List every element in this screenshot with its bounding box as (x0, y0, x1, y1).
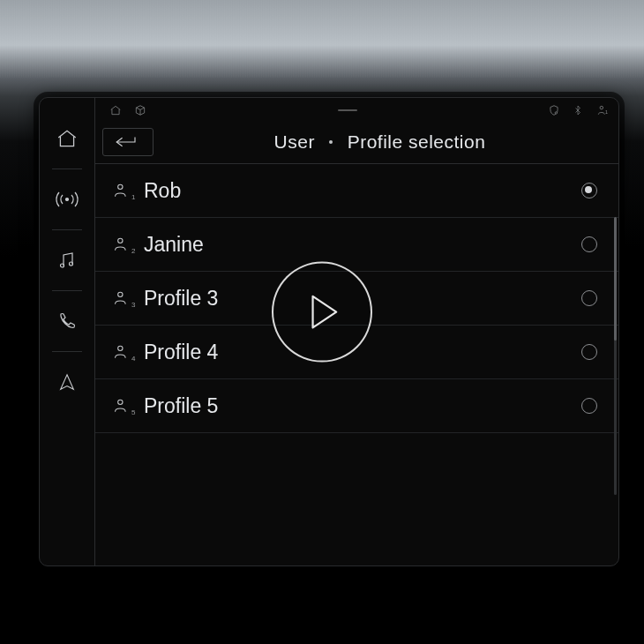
profile-row[interactable]: 2 Janine (95, 218, 618, 272)
header-row: User Profile selection (95, 121, 618, 164)
profile-list: 1 Rob 2 Janine 3 Pro (95, 164, 618, 565)
svg-point-6 (118, 184, 123, 189)
profile-index: 2 (131, 247, 139, 255)
notification-handle[interactable] (338, 109, 357, 111)
profile-icon (109, 182, 134, 199)
play-icon (310, 295, 341, 330)
home-icon (56, 127, 79, 150)
svg-point-2 (70, 262, 73, 266)
profile-index: 5 (131, 408, 139, 416)
svg-point-0 (66, 198, 69, 201)
radio-unselected-icon[interactable] (581, 236, 597, 252)
bluetooth-icon (573, 104, 583, 116)
play-button[interactable] (272, 262, 372, 363)
profile-icon (109, 236, 134, 253)
profile-name: Janine (139, 233, 581, 257)
home-small-icon (109, 104, 122, 116)
svg-point-1 (61, 264, 64, 267)
nav-media[interactable] (48, 232, 86, 288)
status-bar: 1 (95, 98, 618, 121)
phone-icon (56, 311, 78, 332)
profile-index: 4 (131, 355, 139, 363)
scrollbar[interactable] (614, 217, 617, 495)
profile-icon (109, 397, 134, 415)
radio-selected-icon[interactable] (581, 183, 597, 198)
breadcrumb-b: Profile selection (348, 131, 486, 152)
dashboard-trim (0, 0, 644, 78)
profile-index: 1 (131, 193, 139, 201)
breadcrumb-a: User (274, 131, 315, 152)
music-icon (56, 249, 78, 272)
profile-index: 3 (131, 301, 139, 309)
nav-radio[interactable] (48, 171, 86, 228)
svg-point-3 (555, 112, 557, 114)
scrollbar-thumb[interactable] (614, 217, 617, 341)
back-button[interactable] (102, 128, 154, 156)
navigation-arrow-icon (57, 371, 77, 393)
cube-icon (134, 104, 146, 116)
vehicle-display-frame: 1 User Profile selection (0, 0, 644, 644)
radio-unselected-icon[interactable] (581, 290, 597, 306)
profile-name: Profile 5 (139, 394, 581, 418)
svg-point-7 (118, 238, 123, 243)
breadcrumb: User Profile selection (154, 131, 606, 153)
profile-row[interactable]: 5 Profile 5 (95, 379, 618, 433)
back-arrow-icon (114, 135, 142, 149)
profile-icon (109, 343, 134, 361)
svg-point-9 (118, 346, 123, 350)
nav-navigation[interactable] (48, 354, 86, 410)
profile-row[interactable]: 1 Rob (95, 164, 618, 218)
svg-point-4 (600, 106, 603, 109)
side-nav (40, 98, 95, 565)
antenna-icon (55, 188, 79, 211)
svg-point-10 (118, 400, 123, 404)
shield-icon (548, 104, 560, 116)
profile-name: Rob (139, 179, 581, 203)
nav-phone[interactable] (48, 293, 86, 349)
svg-text:1: 1 (605, 109, 608, 115)
nav-home[interactable] (48, 110, 86, 167)
profile-icon (109, 289, 134, 307)
breadcrumb-separator-icon (329, 140, 333, 144)
radio-unselected-icon[interactable] (581, 344, 597, 360)
svg-point-8 (118, 292, 123, 296)
user-small-icon: 1 (595, 104, 610, 116)
radio-unselected-icon[interactable] (581, 398, 597, 414)
